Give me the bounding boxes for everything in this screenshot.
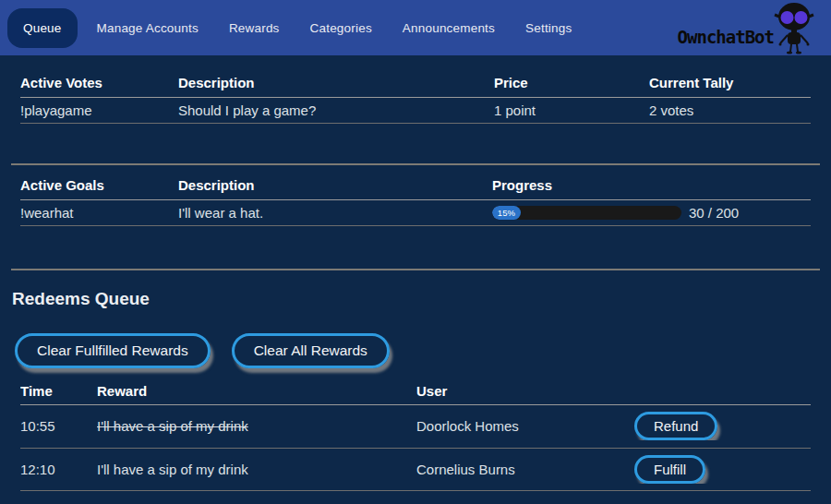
refund-button[interactable]: Refund <box>634 412 717 440</box>
clear-all-rewards-button[interactable]: Clear All Rewards <box>232 333 390 368</box>
progress-count-label: 30 / 200 <box>689 205 739 221</box>
redeems-table: Time Reward User 10:55 I'll have a sip o… <box>20 387 811 491</box>
redeem-action-cell: Refund <box>634 412 811 440</box>
tab-manage-accounts[interactable]: Manage Accounts <box>97 21 199 35</box>
redeems-actions: Clear Fullfilled Rewards Clear All Rewar… <box>11 333 820 368</box>
progress-bar-track: 15% <box>492 206 681 220</box>
top-nav: Queue Manage Accounts Rewards Categories… <box>0 0 831 55</box>
vote-command: !playagame <box>20 102 178 118</box>
col-header-user: User <box>416 383 634 399</box>
redeem-user: Doorlock Homes <box>416 418 634 434</box>
tab-settings[interactable]: Settings <box>525 21 572 35</box>
tab-announcements[interactable]: Announcements <box>403 21 495 35</box>
tab-queue[interactable]: Queue <box>7 8 78 48</box>
redeems-header-row: Time Reward User <box>20 387 811 405</box>
brand-logo: OwnchatBot <box>678 0 818 55</box>
col-header-progress: Progress <box>492 177 811 193</box>
col-header-description: Description <box>178 75 494 90</box>
table-row: 10:55 I'll have a sip of my drink Doorlo… <box>20 405 811 449</box>
fulfill-button[interactable]: Fulfill <box>634 455 705 484</box>
goal-description: I'll wear a hat. <box>178 205 492 221</box>
redeems-queue-title: Redeems Queue <box>12 289 820 309</box>
vote-price: 1 point <box>494 102 649 118</box>
section-divider <box>11 269 820 270</box>
redeem-user: Cornelius Burns <box>416 462 634 477</box>
section-divider <box>11 163 820 165</box>
redeem-time: 12:10 <box>20 462 97 477</box>
table-row: 12:10 I'll have a sip of my drink Cornel… <box>20 449 811 492</box>
main-content: Active Votes Description Price Current T… <box>0 55 831 491</box>
tab-rewards[interactable]: Rewards <box>229 21 280 35</box>
brand-name: OwnchatBot <box>678 27 774 47</box>
table-row: !wearhat I'll wear a hat. 15% 30 / 200 <box>20 200 811 226</box>
redeem-reward: I'll have a sip of my drink <box>97 418 416 434</box>
col-header-active-goals: Active Goals <box>20 177 178 193</box>
col-header-price: Price <box>494 75 649 90</box>
goal-command: !wearhat <box>20 205 178 221</box>
progress-fill: 15% <box>492 206 521 220</box>
progress-percent-label: 15% <box>498 208 515 218</box>
active-votes-table: Active Votes Description Price Current T… <box>20 70 811 124</box>
vote-tally: 2 votes <box>649 102 811 118</box>
col-header-reward: Reward <box>97 383 416 399</box>
col-header-current-tally: Current Tally <box>649 75 811 90</box>
col-header-active-votes: Active Votes <box>20 75 178 90</box>
col-header-time: Time <box>20 383 97 399</box>
redeem-time: 10:55 <box>20 418 97 434</box>
goal-progress: 15% 30 / 200 <box>492 205 811 221</box>
clear-fulfilled-rewards-button[interactable]: Clear Fullfilled Rewards <box>15 333 211 368</box>
redeem-action-cell: Fulfill <box>634 455 811 484</box>
redeem-reward: I'll have a sip of my drink <box>97 462 416 477</box>
table-row: !playagame Should I play a game? 1 point… <box>20 98 811 124</box>
col-header-description: Description <box>178 177 492 193</box>
robot-icon <box>770 2 818 54</box>
vote-description: Should I play a game? <box>178 102 494 118</box>
tab-categories[interactable]: Categories <box>310 21 372 35</box>
active-goals-table: Active Goals Description Progress !wearh… <box>20 173 811 226</box>
active-votes-header-row: Active Votes Description Price Current T… <box>20 70 811 98</box>
active-goals-header-row: Active Goals Description Progress <box>20 173 811 200</box>
